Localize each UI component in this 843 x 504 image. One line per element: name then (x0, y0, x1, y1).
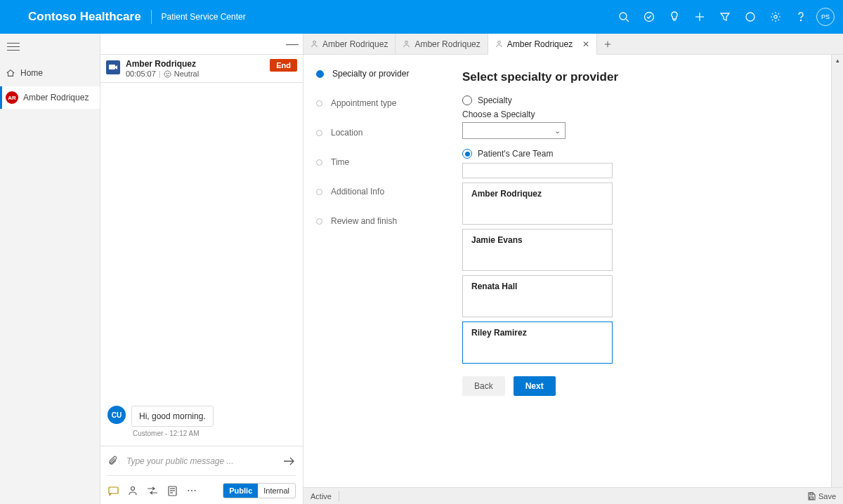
session-label: Amber Rodriquez (23, 93, 89, 102)
quick-reply-icon[interactable] (107, 485, 119, 496)
scrollbar[interactable]: ▴ (831, 55, 843, 487)
choose-specialty-label: Choose a Specialty (462, 110, 832, 119)
svg-point-7 (774, 15, 777, 18)
chat-transcript[interactable]: CU Hi, good morning. Customer - 12:12 AM (100, 83, 303, 446)
svg-rect-26 (809, 497, 813, 499)
header-actions: PS (614, 7, 835, 27)
care-team-card-selected[interactable]: Riley Ramirez (462, 321, 613, 364)
toggle-public[interactable]: Public (223, 484, 258, 498)
svg-point-0 (620, 13, 627, 20)
customer-avatar: CU (107, 406, 126, 424)
save-button[interactable]: Save (818, 492, 836, 500)
lightbulb-icon[interactable] (665, 7, 684, 27)
close-tab-icon[interactable]: ✕ (582, 39, 589, 49)
new-tab-button[interactable] (597, 34, 618, 54)
center-title: Patient Service Center (162, 12, 246, 22)
tab-strip: Amber Rodriquez Amber Rodriquez Amber Ro… (303, 34, 843, 55)
message-input[interactable] (125, 456, 276, 467)
step-specialty[interactable]: Specialty or provider (316, 69, 431, 79)
svg-rect-9 (109, 65, 115, 69)
svg-point-6 (746, 13, 754, 21)
svg-point-8 (800, 20, 801, 20)
tab-amber-3[interactable]: Amber Rodriquez ✕ (488, 34, 597, 55)
more-icon[interactable]: ⋯ (186, 485, 197, 496)
step-time[interactable]: Time (316, 157, 431, 167)
filter-icon[interactable] (715, 7, 735, 27)
tab-label: Amber Rodriquez (507, 39, 573, 49)
svg-point-12 (166, 73, 166, 74)
care-team-card[interactable]: Jamie Evans (462, 229, 613, 271)
save-icon (807, 492, 816, 500)
session-home-label: Home (20, 68, 43, 78)
svg-rect-25 (810, 493, 813, 495)
circle-icon[interactable] (740, 7, 760, 27)
hamburger-icon[interactable] (7, 41, 20, 51)
svg-rect-14 (109, 487, 118, 493)
minimize-icon[interactable]: — (286, 37, 297, 51)
radio-specialty[interactable]: Specialty (462, 95, 832, 105)
step-additional-info[interactable]: Additional Info (316, 187, 431, 197)
home-icon (6, 68, 15, 78)
chat-topbar: — (100, 34, 303, 55)
attachment-icon[interactable] (107, 455, 118, 467)
profile-avatar[interactable]: PS (816, 8, 835, 26)
tab-amber-2[interactable]: Amber Rodriquez (396, 34, 488, 54)
work-area: Amber Rodriquez Amber Rodriquez Amber Ro… (303, 34, 843, 504)
care-team-card[interactable]: Renata Hall (462, 275, 613, 317)
session-item-amber[interactable]: AR Amber Rodriquez (0, 86, 100, 109)
care-team-list: Amber Rodriquez Jamie Evans Renata Hall … (462, 163, 613, 364)
care-team-search[interactable] (462, 163, 613, 178)
notes-icon[interactable] (166, 485, 178, 496)
scroll-up-icon[interactable]: ▴ (832, 55, 843, 67)
svg-point-2 (645, 13, 654, 22)
session-badge: AR (6, 91, 18, 104)
end-conversation-button[interactable]: End (270, 59, 297, 72)
session-panel: Home AR Amber Rodriquez (0, 34, 100, 504)
app-header: Contoso Healthcare Patient Service Cente… (0, 0, 843, 34)
task-icon[interactable] (639, 7, 659, 27)
step-review[interactable]: Review and finish (316, 216, 431, 226)
session-home[interactable]: Home (0, 62, 100, 84)
add-icon[interactable] (690, 7, 710, 27)
svg-point-20 (313, 41, 316, 44)
specialty-dropdown[interactable]: ⌄ (462, 122, 566, 139)
consult-icon[interactable] (127, 485, 138, 496)
channel-icon (106, 60, 120, 74)
brand-title: Contoso Healthcare (28, 10, 141, 24)
send-icon[interactable] (283, 456, 296, 466)
toggle-internal[interactable]: Internal (258, 484, 295, 498)
svg-point-13 (168, 73, 169, 74)
tab-label: Amber Rodriquez (322, 39, 388, 49)
step-appointment-type[interactable]: Appointment type (316, 98, 431, 108)
chat-duration: 00:05:07 (126, 69, 156, 78)
help-icon[interactable] (791, 7, 811, 27)
wizard-stepper: Specialty or provider Appointment type L… (303, 55, 444, 487)
svg-line-1 (626, 19, 629, 22)
visibility-toggle: Public Internal (223, 483, 296, 498)
next-button[interactable]: Next (514, 376, 556, 396)
radio-care-team[interactable]: Patient's Care Team (462, 149, 832, 159)
form-area: Select specialty or provider Specialty C… (444, 55, 843, 487)
status-bar: Active Save (303, 487, 843, 504)
step-location[interactable]: Location (316, 128, 431, 138)
svg-point-22 (497, 41, 500, 44)
care-team-card[interactable]: Amber Rodriquez (462, 183, 613, 225)
chat-sentiment: Neutral (174, 69, 199, 78)
svg-point-15 (131, 487, 135, 491)
transfer-icon[interactable] (147, 485, 158, 496)
chat-header: Amber Rodriquez 00:05:07 | Neutral End (100, 55, 303, 83)
sentiment-icon (164, 70, 171, 78)
svg-point-21 (405, 41, 408, 44)
tab-amber-1[interactable]: Amber Rodriquez (303, 34, 396, 54)
form-title: Select specialty or provider (462, 70, 832, 84)
chevron-down-icon: ⌄ (554, 126, 561, 135)
chat-meta: Customer - 12:12 AM (133, 430, 214, 437)
search-icon[interactable] (614, 7, 634, 27)
header-divider (151, 10, 152, 24)
status-active: Active (311, 492, 332, 500)
chat-panel: — Amber Rodriquez 00:05:07 | Neutral End (100, 34, 303, 504)
tab-label: Amber Rodriquez (414, 39, 480, 49)
back-button[interactable]: Back (462, 376, 505, 396)
settings-icon[interactable] (766, 7, 785, 27)
svg-point-10 (164, 70, 171, 77)
